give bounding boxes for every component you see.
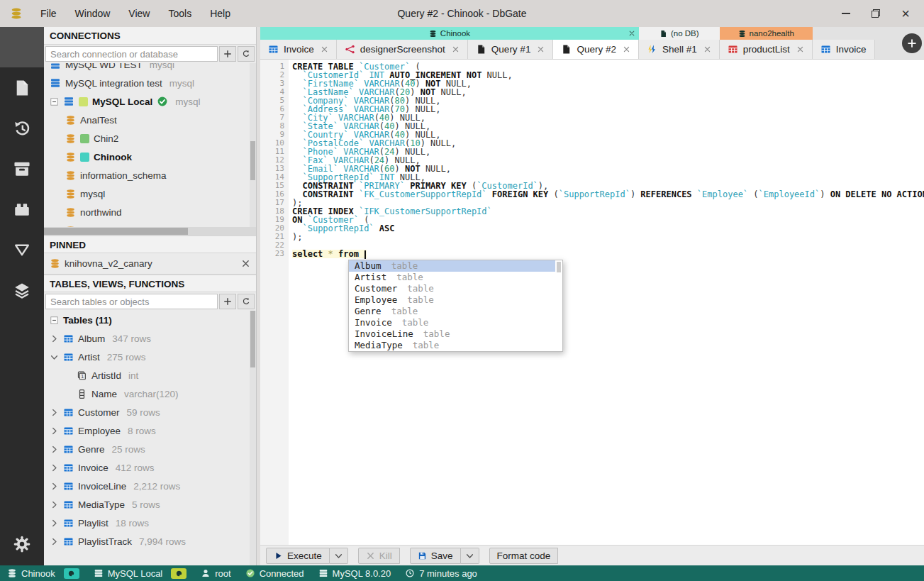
color-theme-badge[interactable] bbox=[64, 568, 79, 579]
tab-query-2[interactable]: Query #2 bbox=[553, 40, 639, 59]
collapse-minus-icon[interactable] bbox=[50, 97, 59, 106]
tab-invoice[interactable]: Invoice bbox=[260, 40, 337, 59]
scrollbar-thumb[interactable] bbox=[250, 141, 255, 180]
close-tab-icon[interactable] bbox=[796, 45, 804, 53]
menu-item-file[interactable]: File bbox=[31, 0, 66, 27]
chevron-right-icon[interactable] bbox=[50, 482, 59, 491]
autocomplete-scrollbar[interactable] bbox=[556, 261, 562, 350]
execute-dropdown-button[interactable] bbox=[330, 548, 348, 564]
connection-item[interactable]: MySQL integration testmysql bbox=[44, 74, 256, 92]
table-item[interactable]: Customer59 rows bbox=[44, 403, 256, 421]
tab-productlist[interactable]: productList bbox=[720, 40, 813, 59]
save-dropdown-button[interactable] bbox=[461, 548, 479, 564]
menu-item-view[interactable]: View bbox=[119, 0, 159, 27]
database-item[interactable]: information_schema bbox=[44, 166, 256, 184]
chevron-right-icon[interactable] bbox=[50, 519, 59, 528]
autocomplete-item[interactable]: Genretable bbox=[349, 306, 555, 317]
close-tab-icon[interactable] bbox=[623, 45, 630, 53]
menu-item-window[interactable]: Window bbox=[66, 0, 120, 27]
database-item[interactable]: Chin2 bbox=[44, 129, 256, 148]
menu-item-tools[interactable]: Tools bbox=[159, 0, 201, 27]
activity-plugins-button[interactable] bbox=[0, 189, 44, 229]
activity-archive-button[interactable] bbox=[0, 148, 44, 189]
chevron-right-icon[interactable] bbox=[50, 537, 59, 546]
close-tab-icon[interactable] bbox=[537, 45, 545, 53]
status-root[interactable]: root bbox=[201, 568, 230, 579]
add-object-button[interactable] bbox=[219, 294, 236, 309]
autocomplete-item[interactable]: Customertable bbox=[349, 283, 555, 294]
autocomplete-item[interactable]: Employeetable bbox=[349, 294, 555, 306]
tab-invoice[interactable]: Invoice bbox=[813, 40, 875, 59]
table-item[interactable]: PlaylistTrack7,994 rows bbox=[44, 532, 256, 550]
table-item[interactable]: Album347 rows bbox=[44, 329, 256, 348]
activity-file-button[interactable] bbox=[0, 67, 44, 108]
connections-search-input[interactable] bbox=[45, 46, 218, 62]
autocomplete-item[interactable]: Artisttable bbox=[349, 272, 555, 283]
chevron-right-icon[interactable] bbox=[50, 445, 59, 454]
chevron-right-icon[interactable] bbox=[50, 426, 59, 436]
close-tab-icon[interactable] bbox=[452, 45, 460, 53]
table-item[interactable]: Genre25 rows bbox=[44, 440, 256, 458]
status-mysql-8-0-20[interactable]: MySQL 8.0.20 bbox=[318, 568, 391, 579]
connections-vertical-scrollbar[interactable] bbox=[250, 63, 256, 227]
collapse-minus-icon[interactable] bbox=[50, 316, 59, 325]
activity-settings-button[interactable] bbox=[0, 523, 44, 565]
database-item[interactable]: Chinook bbox=[44, 148, 256, 166]
connections-horizontal-scrollbar[interactable] bbox=[44, 227, 256, 236]
tables-group-item[interactable]: Tables (11) bbox=[44, 311, 256, 329]
refresh-connections-button[interactable] bbox=[238, 46, 255, 62]
column-item[interactable]: 1ArtistIdint bbox=[44, 366, 256, 384]
autocomplete-item[interactable]: Albumtable bbox=[349, 260, 555, 272]
chevron-right-icon[interactable] bbox=[50, 463, 59, 472]
tab-query-1[interactable]: Query #1 bbox=[468, 40, 554, 59]
autocomplete-item[interactable]: Invoicetable bbox=[349, 317, 555, 328]
status-7-minutes-ago[interactable]: 7 minutes ago bbox=[405, 568, 477, 579]
status-mysql-local[interactable]: MySQL Local bbox=[94, 568, 163, 579]
database-item[interactable]: mysql bbox=[44, 184, 256, 203]
activity-database-button[interactable] bbox=[0, 27, 44, 67]
close-button[interactable]: × bbox=[900, 8, 911, 19]
table-item[interactable]: Playlist18 rows bbox=[44, 514, 256, 532]
activity-triangle-button[interactable] bbox=[0, 229, 44, 270]
save-button[interactable]: Save bbox=[410, 548, 461, 564]
database-item[interactable]: AnalTest bbox=[44, 111, 256, 129]
connection-item[interactable]: MySQL Localmysql bbox=[44, 92, 256, 111]
chevron-right-icon[interactable] bbox=[50, 334, 59, 343]
table-item[interactable]: Artist275 rows bbox=[44, 348, 256, 366]
unpin-close-icon[interactable] bbox=[241, 259, 250, 268]
tab-shell-1[interactable]: Shell #1 bbox=[639, 40, 720, 59]
close-tab-icon[interactable] bbox=[321, 45, 328, 53]
restore-button[interactable] bbox=[870, 8, 881, 19]
database-item[interactable]: northwind bbox=[44, 203, 256, 221]
status-connected[interactable]: Connected bbox=[245, 568, 304, 579]
chevron-right-icon[interactable] bbox=[50, 500, 59, 509]
connection-item[interactable]: MySQL WD TESTmysql bbox=[44, 63, 256, 74]
scrollbar-thumb[interactable] bbox=[44, 228, 188, 235]
tab-designerscreenshot[interactable]: designerScreenshot bbox=[337, 40, 468, 59]
new-tab-button[interactable] bbox=[902, 33, 922, 53]
format-code-button[interactable]: Format code bbox=[489, 548, 559, 564]
pinned-item[interactable]: knihovna_v2_canary bbox=[44, 253, 256, 275]
color-theme-badge[interactable] bbox=[171, 568, 187, 579]
table-item[interactable]: Employee8 rows bbox=[44, 421, 256, 440]
objects-vertical-scrollbar[interactable] bbox=[250, 311, 256, 565]
activity-layers-button[interactable] bbox=[0, 270, 44, 310]
table-item[interactable]: InvoiceLine2,212 rows bbox=[44, 477, 256, 495]
status-chinook[interactable]: Chinook bbox=[7, 568, 55, 579]
scrollbar-thumb[interactable] bbox=[250, 311, 255, 367]
autocomplete-item[interactable]: MediaTypetable bbox=[349, 340, 555, 351]
chevron-right-icon[interactable] bbox=[50, 408, 59, 417]
menu-item-help[interactable]: Help bbox=[201, 0, 240, 27]
sql-editor[interactable]: 1234567891011121314151617181920212223 CR… bbox=[260, 60, 924, 545]
chevron-down-icon[interactable] bbox=[50, 353, 59, 362]
autocomplete-item[interactable]: InvoiceLinetable bbox=[349, 328, 555, 340]
column-item[interactable]: Namevarchar(120) bbox=[44, 384, 256, 403]
minimize-button[interactable] bbox=[840, 8, 852, 19]
activity-history-button[interactable] bbox=[0, 108, 44, 148]
refresh-objects-button[interactable] bbox=[238, 294, 255, 309]
close-group-icon[interactable] bbox=[628, 30, 635, 37]
execute-button[interactable]: Execute bbox=[266, 548, 330, 564]
table-item[interactable]: Invoice412 rows bbox=[44, 458, 256, 477]
close-tab-icon[interactable] bbox=[703, 45, 711, 53]
objects-search-input[interactable] bbox=[45, 294, 218, 309]
